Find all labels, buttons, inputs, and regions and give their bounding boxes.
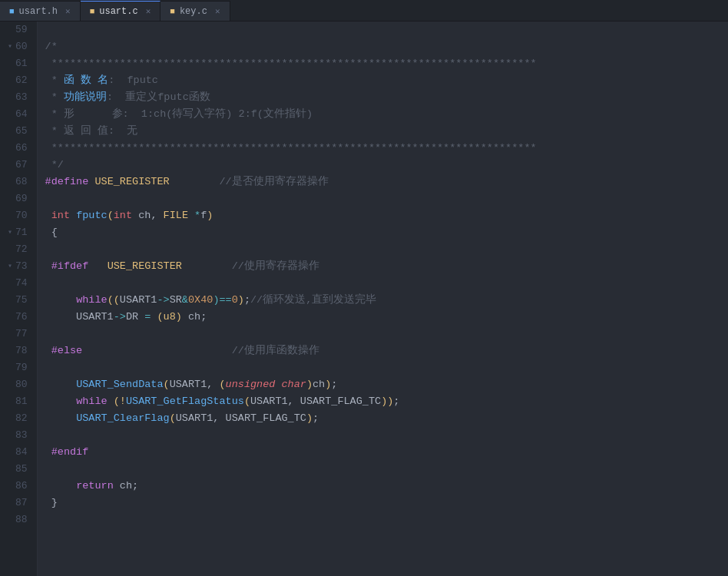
code-line-87: } [45,495,728,511]
code-line-84: #endif [45,444,728,461]
ln-73: ▾73 [5,258,31,275]
ln-72: 72 [5,241,31,258]
ln-86: 86 [5,478,31,495]
code-line-67: */ [45,157,728,174]
tab-close-key-c[interactable]: ✕ [215,6,220,16]
ln-69: 69 [5,190,31,207]
ln-75: 75 [5,292,31,309]
tab-key-c[interactable]: ■ key.c ✕ [160,1,230,21]
tab-label-usart-c: usart.c [99,6,137,17]
ln-77: 77 [5,326,31,343]
ln-79: 79 [5,359,31,376]
code-line-83 [45,427,728,444]
code-line-73: #ifdef USE_REGISTER //使用寄存器操作 [45,258,728,275]
code-line-59 [45,22,728,38]
ln-62: 62 [5,72,31,89]
tab-close-usart-c[interactable]: ✕ [146,6,151,16]
ln-84: 84 [5,444,31,461]
ln-81: 81 [5,393,31,410]
ln-67: 67 [5,157,31,174]
ln-83: 83 [5,427,31,444]
tab-icon-c: ■ [90,7,95,16]
ln-76: 76 [5,309,31,326]
ln-74: 74 [5,275,31,292]
code-line-86: return ch; [45,478,728,495]
code-line-71: { [45,224,728,241]
code-line-62: * 函 数 名: fputc [45,72,728,89]
code-line-88 [45,511,728,528]
code-line-69 [45,190,728,207]
ln-68: 68 [5,174,31,190]
code-line-75: while((USART1->SR&0X40)==0);//循环发送,直到发送完… [45,292,728,309]
ln-61: 61 [5,55,31,72]
ln-82: 82 [5,410,31,427]
ln-88: 88 [5,511,31,528]
ln-85: 85 [5,461,31,478]
code-line-64: * 形 参: 1:ch(待写入字符) 2:f(文件指针) [45,106,728,123]
tab-icon-c2: ■ [170,7,175,16]
code-line-80: USART_SendData(USART1, (unsigned char)ch… [45,376,728,393]
code-line-85 [45,461,728,478]
code-line-81: while (!USART_GetFlagStatus(USART1, USAR… [45,393,728,410]
tab-usart-c[interactable]: ■ usart.c ✕ [81,1,161,21]
code-line-63: * 功能说明: 重定义fputc函数 [45,89,728,106]
ln-64: 64 [5,106,31,123]
code-line-68: #define USE_REGISTER //是否使用寄存器操作 [45,174,728,190]
editor: 59 ▾60 61 62 63 64 65 66 67 68 69 70 ▾71… [0,22,728,576]
tab-label-usart-h: usart.h [19,6,58,17]
ln-65: 65 [5,123,31,140]
ln-66: 66 [5,140,31,157]
code-line-61: ****************************************… [45,55,728,72]
tab-close-usart-h[interactable]: ✕ [65,6,71,16]
line-numbers: 59 ▾60 61 62 63 64 65 66 67 68 69 70 ▾71… [0,22,38,576]
ln-87: 87 [5,495,31,511]
ln-59: 59 [5,22,31,38]
tab-bar: ■ usart.h ✕ ■ usart.c ✕ ■ key.c ✕ [0,0,728,22]
ln-71: ▾71 [5,224,31,241]
code-line-78: #else //使用库函数操作 [45,343,728,359]
code-line-79 [45,359,728,376]
ln-78: 78 [5,343,31,359]
ln-70: 70 [5,207,31,224]
code-line-77 [45,326,728,343]
code-line-74 [45,275,728,292]
code-area[interactable]: /* *************************************… [38,22,728,576]
code-line-82: USART_ClearFlag(USART1, USART_FLAG_TC); [45,410,728,427]
code-line-66: ****************************************… [45,140,728,157]
code-line-65: * 返 回 值: 无 [45,123,728,140]
tab-usart-h[interactable]: ■ usart.h ✕ [0,1,81,21]
tab-icon-h: ■ [9,7,15,16]
code-line-72 [45,241,728,258]
code-line-76: USART1->DR = (u8) ch; [45,309,728,326]
ln-63: 63 [5,89,31,106]
ln-80: 80 [5,376,31,393]
ln-60: ▾60 [5,38,31,55]
code-line-70: int fputc(int ch, FILE *f) [45,207,728,224]
tab-label-key-c: key.c [180,6,207,17]
code-line-60: /* [45,38,728,55]
